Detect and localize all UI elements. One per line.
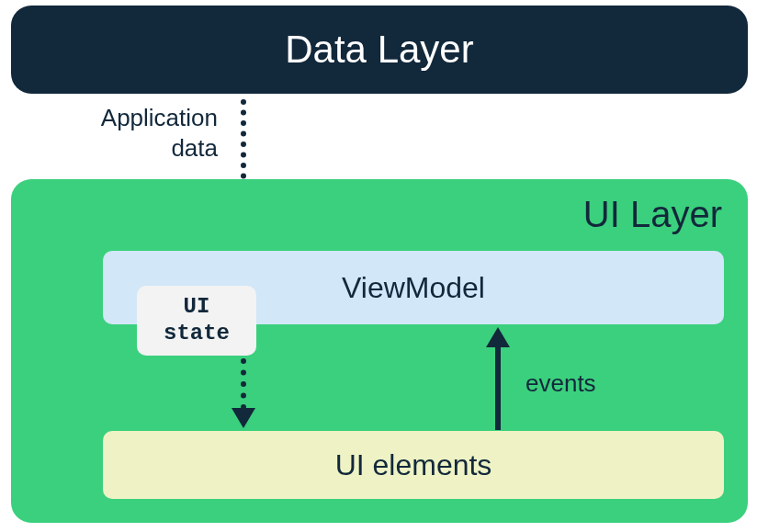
data-layer-label: Data Layer: [285, 28, 473, 72]
arrow-down-middle-icon: [232, 408, 255, 428]
application-data-label: Applicationdata: [75, 103, 218, 163]
arrow-up-icon: [486, 327, 510, 347]
events-label: events: [525, 369, 596, 398]
data-layer-box: Data Layer: [11, 6, 748, 94]
ui-state-label: UIstate: [164, 294, 230, 347]
ui-elements-label: UI elements: [335, 448, 492, 482]
viewmodel-label: ViewModel: [342, 271, 485, 305]
arrow-solid-line-up: [495, 345, 501, 430]
ui-layer-label: UI Layer: [583, 194, 722, 235]
arrow-dotted-line-middle: [241, 358, 246, 410]
ui-elements-box: UI elements: [103, 431, 724, 499]
ui-layer-box: UI Layer ViewModel UIstate UI elements e…: [11, 179, 748, 523]
ui-state-badge: UIstate: [137, 286, 256, 356]
